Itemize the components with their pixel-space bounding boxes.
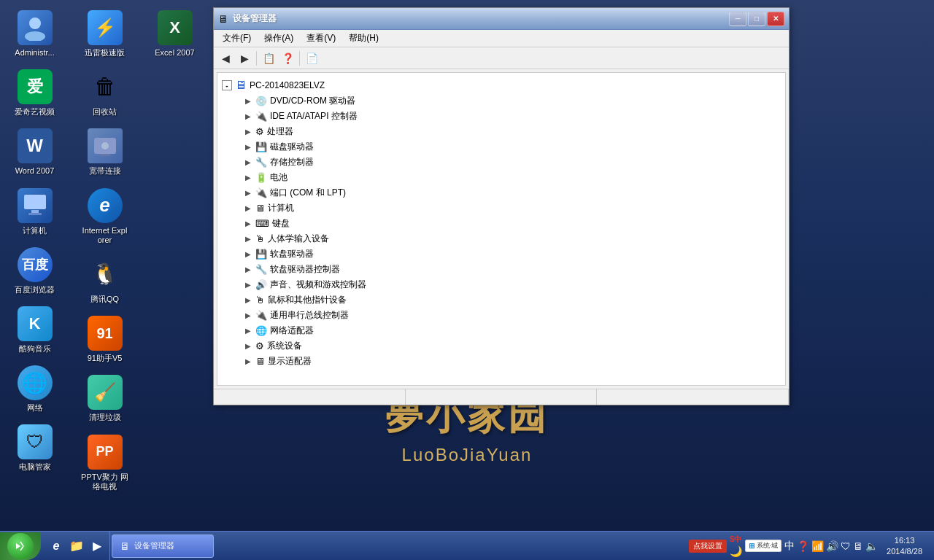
quick-launch: e 📁 ▶ (44, 532, 110, 560)
recycle-label: 回收站 (93, 107, 117, 117)
quick-media-icon[interactable]: ▶ (89, 538, 105, 554)
pptv-icon: PP (88, 435, 123, 470)
tree-item-mouse[interactable]: ▶ 🖱 鼠标和其他指针设备 (222, 292, 781, 308)
desktop-icon-diannaoguan[interactable]: 🛡 电脑管家 (7, 421, 62, 475)
floppy-ctrl-icon: 🔧 (255, 264, 267, 275)
desktop: 夢小家园 LuoBoJiaYuan Administr... 爱 爱奇艺视频 W… (0, 0, 934, 560)
menu-view[interactable]: 查看(V) (301, 31, 341, 46)
toolbar-expand-button[interactable]: 📄 (303, 50, 320, 67)
toolbar-forward-button[interactable]: ▶ (236, 50, 253, 67)
window-title: 设备管理器 (233, 12, 725, 25)
tree-item-usb[interactable]: ▶ 🔌 通用串行总线控制器 (222, 308, 781, 323)
tray-system-city: ⊞ 系统·城 (745, 540, 782, 552)
tray-monitor-icon[interactable]: 🖥 (853, 540, 863, 552)
desktop-icon-kugou[interactable]: K 酷狗音乐 (7, 303, 62, 357)
tree-item-sound[interactable]: ▶ 🔊 声音、视频和游戏控制器 (222, 277, 781, 292)
device-manager-window: 🖥 设备管理器 ─ □ ✕ 文件(F) 操作(A) 查看(V) 帮助(H) ◀ … (213, 7, 790, 405)
tree-item-display[interactable]: ▶ 🖥 显示适配器 (222, 354, 781, 369)
tree-root-expand[interactable]: - (222, 80, 232, 90)
desktop-icon-word[interactable]: W Word 2007 (7, 125, 62, 179)
desktop-icon-pptv[interactable]: PP PPTV聚力 网络电视 (77, 432, 132, 494)
close-button[interactable]: ✕ (767, 12, 784, 26)
window-titlebar: 🖥 设备管理器 ─ □ ✕ (214, 8, 789, 30)
desktop-icon-computer[interactable]: 计算机 (7, 185, 62, 238)
desktop-icon-network[interactable]: 🌐 网络 (7, 362, 62, 416)
desktop-icon-xunlei[interactable]: ⚡ 迅雷极速版 (77, 7, 132, 61)
tree-root-label: PC-20140823ELVZ (250, 80, 325, 90)
xunlei-icon: ⚡ (88, 10, 123, 45)
admin-icon (18, 10, 53, 45)
quick-ie-icon[interactable]: e (48, 538, 64, 554)
menu-help[interactable]: 帮助(H) (343, 31, 385, 46)
maximize-button[interactable]: □ (748, 12, 765, 26)
tray-network-icon[interactable]: 📶 (811, 540, 824, 552)
taskbar-dm-icon: 🖥 (120, 540, 130, 552)
desktop-icon-excel[interactable]: X Excel 2007 (147, 7, 202, 61)
xunlei-label: 迅雷极速版 (85, 48, 125, 58)
hid-icon: 🖱 (255, 233, 265, 244)
tree-item-cpu[interactable]: ▶ ⚙ 处理器 (222, 124, 781, 139)
tree-item-floppy[interactable]: ▶ 💾 软盘驱动器 (222, 246, 781, 262)
tray-logo-top: S中 (730, 534, 742, 545)
tray-volume-icon[interactable]: 🔈 (865, 540, 878, 552)
tray-moon-icon: 🌙 (730, 545, 742, 557)
tree-item-system[interactable]: ▶ ⚙ 系统设备 (222, 338, 781, 354)
desktop-icon-ie[interactable]: e Internet Explorer (77, 185, 132, 248)
ie-label: Internet Explorer (80, 226, 129, 245)
desktop-icon-91[interactable]: 91 91助手V5 (77, 313, 132, 366)
toolbar-properties-button[interactable]: 📋 (260, 50, 277, 67)
clock[interactable]: 16:13 2014/8/28 (881, 535, 928, 556)
toolbar-help-button[interactable]: ❓ (279, 50, 296, 67)
computer-label: 计算机 (23, 226, 47, 236)
tree-item-network[interactable]: ▶ 🌐 网络适配器 (222, 323, 781, 338)
taskbar-items: 🖥 设备管理器 (110, 532, 683, 560)
desktop-icon-clean[interactable]: 🧹 清理垃圾 (77, 372, 132, 425)
ie-icon: e (88, 188, 123, 223)
clean-icon: 🧹 (88, 375, 123, 410)
menu-action[interactable]: 操作(A) (258, 31, 299, 46)
desktop-icon-broadband[interactable]: 宽带连接 (77, 125, 132, 179)
tree-root[interactable]: - 🖥 PC-20140823ELVZ (222, 77, 781, 93)
tray-safety-icon[interactable]: 🛡 (841, 540, 851, 552)
tray-settings-button[interactable]: 点我设置 (689, 540, 727, 553)
window-controls: ─ □ ✕ (729, 12, 784, 26)
desktop-icon-recycle[interactable]: 🗑 回收站 (77, 66, 132, 120)
broadband-icon (88, 128, 123, 163)
diannaoguan-icon: 🛡 (18, 424, 53, 459)
toolbar-separator-2 (299, 51, 300, 66)
qq-icon: 🐧 (88, 257, 123, 292)
svg-rect-3 (31, 210, 39, 213)
ports-icon: 🔌 (255, 187, 267, 198)
tray-question-icon[interactable]: ❓ (797, 540, 809, 552)
toolbar-back-button[interactable]: ◀ (217, 50, 234, 67)
tree-item-computer[interactable]: ▶ 🖥 计算机 (222, 201, 781, 216)
tree-item-disk[interactable]: ▶ 💾 磁盘驱动器 (222, 139, 781, 155)
desktop-icon-admin[interactable]: Administr... (7, 7, 62, 61)
mouse-label: 鼠标和其他指针设备 (268, 294, 347, 306)
desktop-icon-iqiyi[interactable]: 爱 爱奇艺视频 (7, 66, 62, 120)
svg-point-0 (29, 18, 41, 29)
minimize-button[interactable]: ─ (729, 12, 746, 26)
pptv-label: PPTV聚力 网络电视 (80, 472, 129, 491)
tree-item-battery[interactable]: ▶ 🔋 电池 (222, 170, 781, 185)
system-icon: ⚙ (255, 341, 264, 351)
desktop-icon-qq[interactable]: 🐧 腾讯QQ (77, 254, 132, 307)
quick-folder-icon[interactable]: 📁 (69, 538, 85, 554)
menu-file[interactable]: 文件(F) (217, 31, 257, 46)
battery-icon: 🔋 (255, 172, 267, 183)
recycle-icon: 🗑 (88, 69, 123, 104)
tree-item-dvd[interactable]: ▶ 💿 DVD/CD-ROM 驱动器 (222, 93, 781, 109)
start-button[interactable] (0, 532, 41, 560)
taskbar-device-manager[interactable]: 🖥 设备管理器 (112, 534, 214, 558)
tree-item-floppy-ctrl[interactable]: ▶ 🔧 软盘驱动器控制器 (222, 262, 781, 277)
tray-speaker-icon[interactable]: 🔊 (826, 540, 838, 552)
window-content: - 🖥 PC-20140823ELVZ ▶ 💿 DVD/CD-ROM 驱动器 ▶… (217, 72, 786, 386)
desktop-icon-baidu[interactable]: 百度 百度浏览器 (7, 244, 62, 298)
word-icon: W (18, 128, 53, 163)
tree-item-ide[interactable]: ▶ 🔌 IDE ATA/ATAPI 控制器 (222, 109, 781, 124)
tree-item-ports[interactable]: ▶ 🔌 端口 (COM 和 LPT) (222, 185, 781, 201)
tree-item-hid[interactable]: ▶ 🖱 人体学输入设备 (222, 231, 781, 246)
tree-item-storage[interactable]: ▶ 🔧 存储控制器 (222, 155, 781, 170)
tree-item-keyboard[interactable]: ▶ ⌨ 键盘 (222, 216, 781, 231)
storage-icon: 🔧 (255, 157, 267, 168)
